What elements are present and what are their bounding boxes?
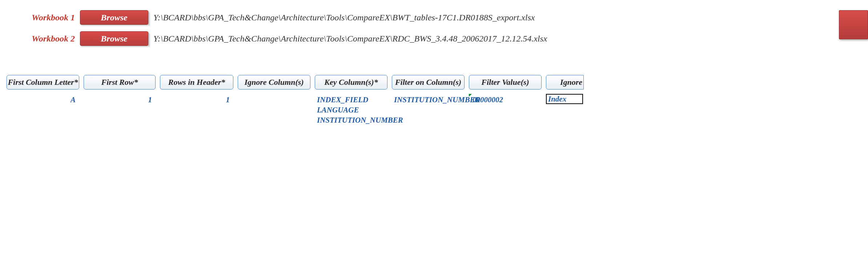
filter-values-header[interactable]: Filter Value(s) [469, 75, 542, 90]
key-columns-header[interactable]: Key Column(s)* [315, 75, 387, 90]
workbook-2-path: Y:\BCARD\bbs\GPA_Tech&Change\Architectur… [148, 34, 547, 44]
workbook-1-path: Y:\BCARD\bbs\GPA_Tech&Change\Architectur… [148, 13, 535, 23]
browse-button-2[interactable]: Browse [80, 31, 148, 46]
rows-in-header-value[interactable]: 1 [160, 95, 233, 105]
cell-error-marker-icon [469, 94, 472, 97]
selected-cell[interactable]: Index [546, 94, 583, 104]
workbook-1-label: Workbook 1 [0, 13, 80, 23]
filter-on-columns-value[interactable]: INSTITUTION_NUMBER [392, 95, 465, 105]
filter-values-value[interactable]: 00000002 [469, 95, 542, 105]
browse-button-1[interactable]: Browse [80, 10, 148, 25]
ignore-last-value: Index [548, 94, 566, 104]
filter-on-columns-header[interactable]: Filter on Column(s) [392, 75, 465, 90]
key-columns-value-2[interactable]: INSTITUTION_NUMBER [315, 115, 387, 125]
ignore-columns-header[interactable]: Ignore Column(s) [238, 75, 310, 90]
rows-in-header-header[interactable]: Rows in Header* [160, 75, 233, 90]
key-columns-value-0[interactable]: INDEX_FIELD [315, 95, 387, 105]
ignore-last-header[interactable]: Ignore [546, 75, 584, 90]
key-columns-value-1[interactable]: LANGUAGE [315, 105, 387, 115]
workbook-row-2: Workbook 2 Browse Y:\BCARD\bbs\GPA_Tech&… [0, 31, 868, 46]
first-row-header[interactable]: First Row* [84, 75, 156, 90]
first-row-value[interactable]: 1 [84, 95, 156, 105]
first-column-letter-value[interactable]: A [7, 95, 79, 105]
first-column-letter-header[interactable]: First Column Letter* [7, 75, 79, 90]
action-button[interactable] [839, 10, 868, 39]
workbook-row-1: Workbook 1 Browse Y:\BCARD\bbs\GPA_Tech&… [0, 10, 868, 25]
workbook-2-label: Workbook 2 [0, 34, 80, 44]
